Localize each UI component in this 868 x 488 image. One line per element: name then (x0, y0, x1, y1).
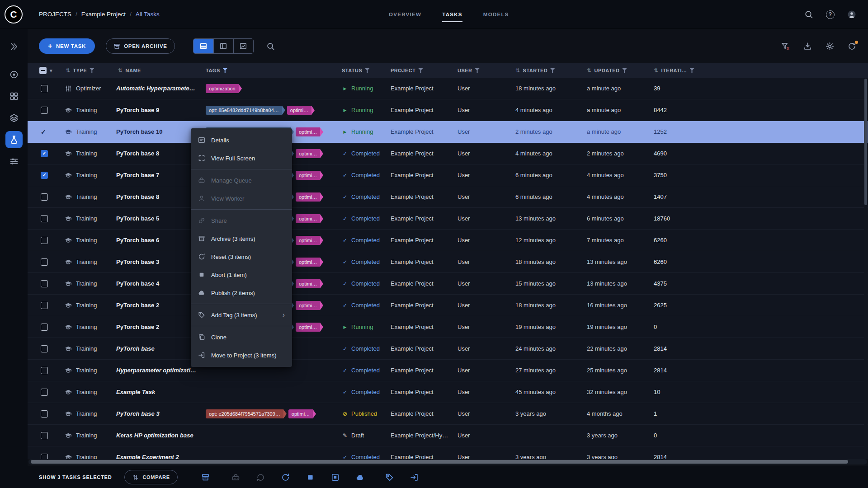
footer-move-icon[interactable] (410, 473, 419, 482)
row-checkbox[interactable] (28, 107, 55, 114)
footer-publish-icon[interactable] (356, 473, 364, 482)
sidebar-item-projects[interactable] (5, 66, 23, 83)
download-icon[interactable] (803, 42, 812, 51)
footer-reset-icon[interactable] (281, 473, 290, 482)
select-all-checkbox[interactable]: ▾ (28, 67, 55, 74)
menu-item-add-tag[interactable]: Add Tag (3 items)› (191, 306, 292, 324)
task-row[interactable]: OptimizerAutomatic Hyperparamete…optimiz… (28, 78, 868, 99)
tab-overview[interactable]: OVERVIEW (389, 0, 421, 29)
menu-item-reset[interactable]: Reset (3 items) (191, 248, 292, 266)
task-row[interactable]: TrainingPyTorch base 3optimi…✓CompletedE… (28, 251, 868, 273)
task-row[interactable]: TrainingPyTorch base 9opt: 85e5482ddd714… (28, 99, 868, 121)
row-checkbox[interactable] (28, 367, 55, 374)
footer-abort-icon[interactable] (306, 473, 315, 482)
task-name[interactable]: PyTorch base 4 (109, 280, 202, 287)
task-name[interactable]: PyTorch base 2 (109, 324, 202, 330)
column-header-status[interactable]: STATUS (337, 68, 386, 73)
row-checkbox[interactable] (28, 258, 55, 266)
filter-icon[interactable] (475, 68, 480, 73)
checkbox[interactable] (41, 237, 48, 244)
horizontal-scrollbar[interactable] (28, 459, 867, 465)
menu-item-details[interactable]: Details (191, 131, 292, 149)
row-checkbox[interactable]: ✓ (28, 128, 55, 136)
menu-item-publish[interactable]: Publish (2 items) (191, 284, 292, 302)
help-icon[interactable]: ? (826, 10, 835, 19)
search-icon[interactable] (266, 42, 275, 51)
avatar[interactable] (847, 10, 856, 19)
show-selected-toggle[interactable]: SHOW 3 TASKS SELECTED (39, 474, 112, 480)
checkbox[interactable] (41, 258, 48, 266)
sidebar-item-experiments[interactable] (5, 131, 23, 148)
menu-item-clone[interactable]: Clone (191, 328, 292, 346)
breadcrumb-item-projects[interactable]: PROJECTS (39, 11, 71, 18)
task-row[interactable]: TrainingExample Task✓CompletedExample Pr… (28, 381, 868, 403)
task-name[interactable]: Automatic Hyperparamete… (109, 85, 202, 92)
sidebar-item-datasets[interactable] (5, 88, 23, 105)
task-row[interactable]: TrainingPyTorch base 5optimi…✓CompletedE… (28, 208, 868, 230)
task-row[interactable]: TrainingPyTorch base 2optimi…✓CompletedE… (28, 295, 868, 316)
vertical-scrollbar-thumb[interactable] (864, 79, 867, 205)
checkbox[interactable] (41, 215, 48, 222)
row-checkbox[interactable] (28, 324, 55, 331)
row-checkbox[interactable] (28, 215, 55, 222)
task-row[interactable]: ✓TrainingPyTorch base 8optimi…✓Completed… (28, 143, 868, 164)
row-checkbox[interactable] (28, 454, 55, 460)
column-header-iterati[interactable]: ⇅ITERATI… (649, 67, 868, 74)
task-row[interactable]: ✓TrainingPyTorch base 10optimi…▶RunningE… (28, 121, 868, 143)
sort-icon[interactable]: ⇅ (515, 67, 520, 74)
task-name[interactable]: Hyperparameter optimizati… (109, 367, 202, 374)
sort-icon[interactable]: ⇅ (654, 67, 659, 74)
sort-icon[interactable]: ⇅ (587, 67, 592, 74)
task-row[interactable]: TrainingHyperparameter optimizati…✓Compl… (28, 360, 868, 381)
new-task-button[interactable]: +NEW TASK (39, 38, 95, 54)
sidebar-item-dashboard[interactable] (5, 38, 23, 55)
task-row[interactable]: TrainingPyTorch base 3opt: e205d684f7954… (28, 403, 868, 425)
task-name[interactable]: PyTorch base 10 (109, 128, 202, 135)
view-toggle-card-view[interactable] (213, 39, 233, 53)
checkbox[interactable] (41, 367, 48, 374)
selection-menu-caret-icon[interactable]: ▾ (50, 68, 52, 74)
column-header-type[interactable]: ⇅TYPE (55, 67, 109, 74)
task-row[interactable]: TrainingPyTorch base 2optimi…▶RunningExa… (28, 316, 868, 338)
sidebar-item-workers[interactable] (5, 153, 23, 170)
row-checkbox[interactable] (28, 302, 55, 309)
task-name[interactable]: PyTorch base 3 (109, 410, 202, 417)
task-name[interactable]: Example Experiment 2 (109, 454, 202, 459)
filter-icon[interactable] (550, 68, 555, 73)
open-archive-button[interactable]: OPEN ARCHIVE (106, 38, 175, 54)
checkbox[interactable] (41, 324, 48, 331)
task-row[interactable]: TrainingPyTorch base 6optimi…✓CompletedE… (28, 230, 868, 251)
row-checkbox[interactable] (28, 280, 55, 287)
checkbox[interactable] (41, 302, 48, 309)
checkbox[interactable] (41, 454, 48, 460)
column-header-started[interactable]: ⇅STARTED (511, 67, 582, 74)
column-header-tags[interactable]: TAGS (202, 68, 337, 73)
breadcrumb-item-all-tasks[interactable]: All Tasks (136, 11, 160, 18)
checkbox[interactable]: ✓ (41, 150, 48, 157)
task-name[interactable]: PyTorch base 6 (109, 237, 202, 244)
sidebar-item-pipelines[interactable] (5, 109, 23, 127)
task-name[interactable]: PyTorch base (109, 345, 202, 352)
task-name[interactable]: Example Task (109, 389, 202, 395)
task-row[interactable]: TrainingKeras HP optimization base✎Draft… (28, 425, 868, 446)
task-row[interactable]: ✓TrainingPyTorch base 7optimi…✓Completed… (28, 164, 868, 186)
menu-item-abort[interactable]: Abort (1 item) (191, 266, 292, 284)
checkbox[interactable] (41, 280, 48, 287)
checkbox[interactable] (41, 410, 48, 418)
view-toggle-table-view[interactable] (193, 39, 213, 53)
row-checkbox[interactable]: ✓ (28, 150, 55, 157)
menu-item-archive[interactable]: Archive (3 items) (191, 230, 292, 248)
column-header-name[interactable]: ⇅NAME (109, 67, 202, 74)
row-checkbox[interactable] (28, 432, 55, 439)
task-row[interactable]: TrainingPyTorch base 8optimi…✓CompletedE… (28, 186, 868, 208)
task-row[interactable]: TrainingPyTorch base 4optimi…✓CompletedE… (28, 273, 868, 295)
checkbox[interactable] (41, 389, 48, 396)
filter-icon[interactable] (365, 68, 369, 73)
row-checkbox[interactable] (28, 345, 55, 352)
footer-tag-icon[interactable] (385, 473, 394, 482)
checkbox[interactable] (41, 193, 48, 201)
row-checkbox[interactable] (28, 237, 55, 244)
filter-reset-icon[interactable] (781, 42, 790, 51)
task-name[interactable]: PyTorch base 5 (109, 215, 202, 222)
tab-models[interactable]: MODELS (483, 0, 509, 29)
